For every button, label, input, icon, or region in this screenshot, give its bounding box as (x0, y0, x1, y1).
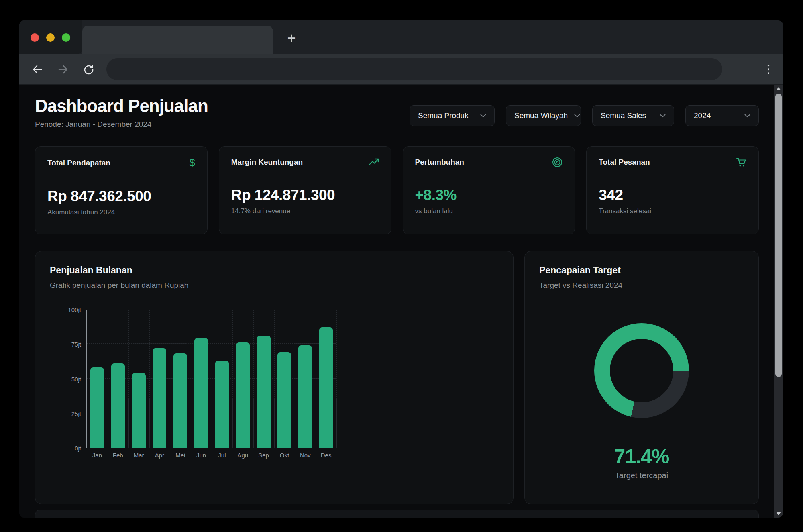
stat-card-pendapatan: Total Pendapatan $ Rp 847.362.500 Akumul… (35, 146, 208, 234)
y-tick-label: 75jt (51, 341, 81, 348)
x-tick-label: Nov (295, 452, 316, 459)
dollar-icon: $ (190, 157, 195, 169)
browser-tab[interactable] (82, 26, 273, 54)
scroll-down-arrow-icon[interactable] (776, 512, 781, 515)
x-tick-label: Jun (191, 452, 212, 459)
stat-sub: Transaksi selesai (599, 207, 746, 215)
x-tick-label: Sep (253, 452, 274, 459)
browser-menu-button[interactable] (765, 62, 772, 77)
vertical-gridline (170, 310, 170, 448)
vertical-gridline (295, 310, 295, 448)
x-tick-label: Feb (108, 452, 128, 459)
browser-window: + Dash (19, 20, 783, 518)
bar-mar (132, 373, 146, 448)
vertical-gridline (128, 310, 129, 448)
x-tick-label: Mar (128, 452, 149, 459)
bar-jul (215, 361, 229, 448)
reload-button[interactable] (83, 63, 95, 75)
chevron-down-icon (474, 114, 486, 118)
y-tick-label: 0jt (51, 445, 81, 452)
stat-label: Margin Keuntungan (231, 158, 303, 167)
filter-tahun-dropdown[interactable]: 2024 (685, 105, 759, 126)
scrollbar-thumb[interactable] (775, 94, 782, 377)
page-title: Dashboard Penjualan (35, 96, 208, 116)
y-tick-label: 50jt (51, 376, 81, 383)
new-tab-button[interactable]: + (282, 29, 301, 48)
browser-toolbar (19, 54, 783, 85)
x-tick-label: Okt (274, 452, 295, 459)
filter-produk-dropdown[interactable]: Semua Produk (410, 105, 495, 126)
vertical-gridline (232, 310, 233, 448)
bar-feb (111, 363, 125, 448)
vertical-gridline (149, 310, 150, 448)
target-percentage: 71.4% (525, 445, 758, 468)
scroll-up-arrow-icon[interactable] (776, 87, 781, 90)
donut-hole (610, 339, 673, 402)
traffic-light-panel (19, 20, 82, 54)
title-block: Dashboard Penjualan Periode: Januari - D… (35, 96, 208, 129)
stat-value: 342 (599, 187, 746, 204)
page-subtitle: Periode: Januari - Desember 2024 (35, 120, 208, 129)
filter-bar: Semua Produk Semua Wilayah Semua Sales (410, 105, 759, 129)
forward-button[interactable] (57, 63, 69, 75)
vertical-gridline (191, 310, 191, 448)
vertical-gridline (253, 310, 254, 448)
filter-tahun-label: 2024 (694, 111, 711, 120)
bar-chart: 0jt25jt50jt75jt100jt JanFebMarAprMeiJunJ… (51, 310, 340, 448)
bar-chart-subtitle: Grafik penjualan per bulan dalam Rupiah (50, 281, 499, 290)
fullscreen-window-button[interactable] (62, 33, 70, 42)
bar-chart-title: Penjualan Bulanan (50, 265, 499, 276)
stat-card-margin: Margin Keuntungan Rp 124.871.300 14.7% d… (219, 146, 391, 234)
vertical-gridline (316, 310, 316, 448)
page-header: Dashboard Penjualan Periode: Januari - D… (35, 96, 759, 129)
horizontal-gridline (87, 309, 336, 309)
bar-des (319, 327, 333, 448)
vertical-gridline (212, 310, 212, 448)
x-tick-label: Apr (149, 452, 170, 459)
minimize-window-button[interactable] (46, 33, 55, 42)
donut-chart-subtitle: Target vs Realisasi 2024 (539, 281, 744, 290)
donut-chart-title: Pencapaian Target (539, 265, 744, 276)
bar-jun (194, 338, 208, 448)
x-tick-label: Agu (232, 452, 253, 459)
close-window-button[interactable] (31, 33, 39, 42)
stat-label: Total Pesanan (599, 158, 650, 167)
chevron-down-icon (653, 114, 666, 118)
target-icon (552, 157, 563, 167)
bar-agu (236, 342, 250, 448)
filter-sales-dropdown[interactable]: Semua Sales (592, 105, 674, 126)
target-caption: Target tercapai (525, 471, 758, 480)
stat-value: Rp 847.362.500 (47, 188, 195, 205)
stat-label: Pertumbuhan (415, 158, 464, 167)
address-bar[interactable] (106, 58, 722, 80)
x-tick-label: Des (316, 452, 336, 459)
bar-apr (153, 348, 166, 448)
chevron-down-icon (738, 114, 750, 118)
bar-nov (298, 345, 312, 448)
kebab-dot (768, 65, 770, 67)
kebab-dot (768, 72, 770, 74)
bar-sep (257, 336, 271, 448)
filter-wilayah-dropdown[interactable]: Semua Wilayah (506, 105, 581, 126)
chevron-down-icon (568, 114, 580, 118)
vertical-scrollbar[interactable] (774, 85, 783, 518)
kebab-dot (768, 68, 770, 70)
tab-strip: + (19, 20, 783, 54)
stat-sub: 14.7% dari revenue (231, 207, 379, 215)
back-arrow-icon (31, 63, 43, 75)
x-tick-label: Jul (212, 452, 232, 459)
back-button[interactable] (31, 63, 43, 75)
forward-arrow-icon (57, 63, 69, 75)
trending-up-icon (369, 157, 379, 167)
reload-icon (83, 63, 95, 75)
x-tick-label: Jan (87, 452, 108, 459)
charts-row: Penjualan Bulanan Grafik penjualan per b… (35, 251, 759, 504)
bar-chart-plot: JanFebMarAprMeiJunJulAguSepOktNovDes (86, 310, 336, 448)
stats-row: Total Pendapatan $ Rp 847.362.500 Akumul… (35, 146, 759, 234)
stat-label: Total Pendapatan (47, 159, 110, 167)
y-tick-label: 100jt (51, 306, 81, 313)
target-achievement-card: Pencapaian Target Target vs Realisasi 20… (524, 251, 759, 504)
bar-mei (173, 353, 187, 448)
stat-card-pesanan: Total Pesanan 342 Transaksi selesai (586, 146, 759, 234)
stat-card-pertumbuhan: Pertumbuhan +8.3% vs bulan lalu (403, 146, 575, 234)
